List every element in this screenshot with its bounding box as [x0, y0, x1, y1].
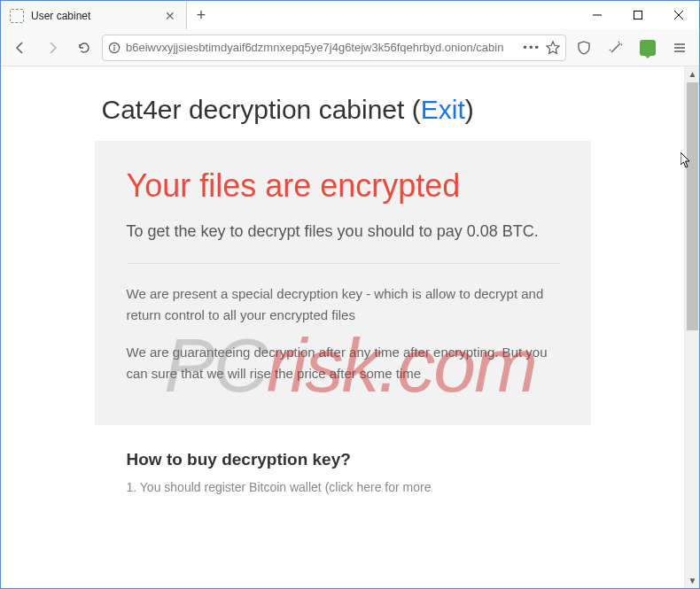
warning-heading: Your files are encrypted: [127, 167, 559, 204]
ublock-icon: [640, 40, 656, 56]
vertical-scrollbar[interactable]: ▲ ▼: [684, 66, 699, 588]
divider: [127, 263, 559, 264]
forward-button[interactable]: [38, 34, 66, 62]
browser-window: User cabinet ✕ + b6eiwvxy: [0, 0, 700, 589]
list-item-cutoff: 1. You should register Bitcoin wallet (c…: [127, 480, 591, 494]
menu-icon: [673, 41, 687, 55]
maximize-icon: [634, 11, 642, 19]
maximize-button[interactable]: [618, 1, 658, 29]
tab-favicon: [10, 9, 24, 23]
forward-icon: [45, 41, 59, 55]
reload-icon: [77, 41, 91, 55]
url-text: b6eiwvxyjjsiesbtimdyaif6dzmnxepq5ye7j4g6…: [126, 41, 517, 54]
tracking-protection-button[interactable]: [570, 34, 598, 62]
customize-button[interactable]: [602, 34, 630, 62]
content-area: Cat4er decryption cabinet (Exit) Your fi…: [1, 66, 699, 588]
address-bar[interactable]: b6eiwvxyjjsiesbtimdyaif6dzmnxepq5ye7j4g6…: [102, 35, 566, 61]
app-menu-button[interactable]: [665, 34, 694, 62]
title-text: Cat4er decryption cabinet (: [102, 95, 421, 124]
browser-tab[interactable]: User cabinet ✕: [1, 1, 187, 29]
section-heading: How to buy decryption key?: [127, 450, 591, 469]
shield-icon: [577, 41, 591, 55]
page-actions-button[interactable]: •••: [523, 41, 541, 54]
toolbar: b6eiwvxyjjsiesbtimdyaif6dzmnxepq5ye7j4g6…: [1, 29, 699, 66]
star-icon: [546, 41, 560, 55]
scrollbar-thumb[interactable]: [687, 82, 698, 330]
wand-icon: [609, 41, 623, 55]
info-paragraph-2: We are guaranteeing decryption after any…: [127, 342, 559, 384]
svg-point-5: [113, 44, 115, 46]
exit-link[interactable]: Exit: [421, 95, 465, 124]
warning-card: Your files are encrypted To get the key …: [95, 141, 591, 425]
page-content: Cat4er decryption cabinet (Exit) Your fi…: [1, 66, 684, 588]
close-tab-button[interactable]: ✕: [161, 9, 179, 23]
info-paragraph-1: We are present a special decryption key …: [127, 283, 559, 326]
page-title: Cat4er decryption cabinet (Exit): [102, 95, 591, 125]
close-window-button[interactable]: [658, 1, 699, 29]
info-icon: [108, 42, 121, 54]
scroll-down-arrow[interactable]: ▼: [685, 573, 700, 588]
window-controls: [577, 1, 699, 29]
back-button[interactable]: [6, 34, 35, 62]
reload-button[interactable]: [70, 34, 98, 62]
tab-title: User cabinet: [31, 10, 154, 22]
scroll-up-arrow[interactable]: ▲: [685, 66, 700, 81]
back-icon: [13, 41, 27, 55]
bookmark-button[interactable]: [546, 41, 560, 55]
svg-rect-6: [113, 47, 114, 50]
new-tab-button[interactable]: +: [187, 1, 215, 29]
minimize-icon: [593, 11, 602, 19]
ublock-button[interactable]: [634, 34, 662, 62]
minimize-button[interactable]: [577, 1, 618, 29]
close-icon: [674, 11, 683, 19]
titlebar: User cabinet ✕ +: [1, 1, 699, 29]
svg-rect-1: [634, 12, 642, 19]
lead-text: To get the key to decrypt files you shou…: [127, 220, 559, 244]
